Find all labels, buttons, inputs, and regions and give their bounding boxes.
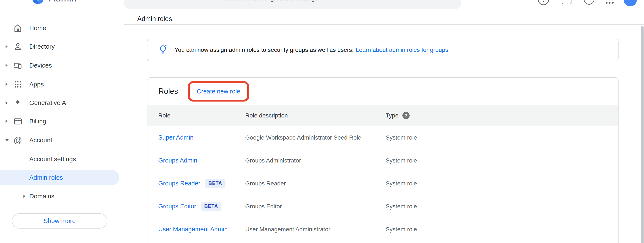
chevron-right-icon[interactable] [23, 194, 26, 198]
sidebar-item-account[interactable]: @ Account [0, 133, 124, 148]
apps-grid-icon[interactable] [605, 0, 614, 4]
column-header-description: Role description [245, 112, 386, 119]
page-title: Admin roles [137, 15, 172, 23]
header-divider [124, 25, 644, 25]
sidebar-label: Billing [29, 118, 46, 125]
highlight-annotation: Create new role [188, 81, 249, 102]
sidebar-item-directory[interactable]: Directory [0, 39, 124, 54]
show-more-button[interactable]: Show more [12, 213, 107, 228]
sidebar-item-home[interactable]: Home [0, 20, 124, 36]
chevron-right-icon[interactable] [5, 101, 8, 105]
table-row[interactable]: Groups Admin Groups Administrator System… [148, 149, 618, 172]
sidebar-label: Directory [29, 43, 55, 50]
role-description: Groups Administrator [245, 157, 386, 164]
logo-wordmark: Admin [49, 0, 76, 6]
at-sign-icon: @ [13, 136, 22, 145]
sidebar-label: Devices [29, 62, 52, 69]
role-type: System role [386, 226, 618, 233]
chevron-right-icon[interactable] [5, 45, 8, 49]
show-more-label: Show more [44, 217, 76, 224]
sidebar-label: Domains [29, 193, 54, 200]
person-icon [13, 42, 22, 51]
roles-card: Roles Create new role Role Role descript… [147, 77, 618, 243]
banner-message: You can now assign admin roles to securi… [174, 47, 354, 53]
table-row[interactable]: Groups Reader BETA Groups Reader System … [148, 172, 618, 195]
role-type: System role [386, 157, 618, 164]
banner-link[interactable]: Learn about admin roles for groups [356, 47, 448, 53]
sidebar-label: Account [29, 137, 52, 144]
vertical-scrollbar[interactable] [641, 26, 644, 243]
search-input[interactable]: ▾ Search for users, groups or settings [124, 0, 461, 9]
roles-card-header: Roles Create new role [148, 78, 618, 105]
chevron-down-icon[interactable] [5, 139, 9, 142]
google-admin-logo[interactable]: Admin [31, 0, 76, 6]
chevron-right-icon[interactable] [5, 64, 8, 67]
avatar[interactable] [624, 0, 637, 6]
table-row[interactable]: Groups Editor BETA Groups Editor System … [148, 195, 618, 218]
chevron-right-icon[interactable] [5, 82, 8, 86]
admin-console-screen: Admin ▾ Search for users, groups or sett… [0, 0, 644, 243]
role-link[interactable]: Groups Reader [158, 180, 200, 187]
sidebar-item-domains[interactable]: Domains [0, 189, 124, 204]
roles-heading: Roles [158, 78, 178, 105]
beta-badge: BETA [201, 201, 222, 211]
role-description: User Management Administrator [245, 226, 386, 233]
column-header-type: Type [386, 112, 398, 119]
sidebar-label: Apps [29, 81, 44, 88]
role-link[interactable]: Groups Editor [158, 203, 196, 210]
sidebar-item-apps[interactable]: Apps [0, 77, 124, 92]
table-row[interactable]: Super Admin Google Workspace Administrat… [148, 126, 618, 149]
credit-card-icon [13, 117, 22, 126]
table-header-row: Role Role description Type ? [148, 105, 618, 126]
lightbulb-icon [158, 44, 168, 56]
sidebar-label: Account settings [29, 155, 76, 163]
sidebar-item-billing[interactable]: Billing [0, 114, 124, 129]
role-description: Groups Reader [245, 180, 386, 187]
sidebar-item-generative-ai[interactable]: Generative AI [0, 95, 124, 110]
type-help-icon[interactable]: ? [402, 112, 410, 119]
search-scope-chevron-icon: ▾ [136, 0, 139, 9]
role-link[interactable]: User Management Admin [158, 226, 228, 233]
sidebar-item-account-settings[interactable]: Account settings [0, 151, 124, 167]
role-type: System role [386, 203, 618, 210]
search-placeholder: Search for users, groups or settings [224, 0, 318, 2]
help-icon[interactable]: ? [538, 0, 549, 5]
sidebar-label: Generative AI [29, 99, 68, 106]
role-type: System role [386, 134, 618, 141]
admin-shield-icon [31, 0, 45, 6]
role-type: System role [386, 180, 618, 187]
home-icon [13, 23, 22, 33]
role-description: Groups Editor [245, 203, 386, 210]
sparkle-icon [13, 98, 22, 107]
sidebar-label: Home [29, 25, 46, 32]
role-description: Google Workspace Administrator Seed Role [245, 134, 386, 141]
tasks-icon[interactable] [562, 0, 572, 4]
devices-icon [13, 61, 22, 70]
notifications-icon[interactable] [584, 0, 594, 5]
column-header-role: Role [158, 112, 245, 119]
create-new-role-button[interactable]: Create new role [197, 88, 240, 95]
role-link[interactable]: Groups Admin [158, 157, 197, 164]
table-row[interactable]: User Management Admin User Management Ad… [148, 218, 618, 241]
sidebar-item-devices[interactable]: Devices [0, 58, 124, 73]
info-banner: You can now assign admin roles to securi… [147, 39, 618, 61]
apps-icon [13, 80, 22, 89]
role-link[interactable]: Super Admin [158, 134, 194, 141]
sidebar-label: Admin roles [29, 174, 63, 181]
beta-badge: BETA [205, 179, 226, 188]
chevron-right-icon[interactable] [5, 119, 8, 123]
sidebar-item-admin-roles[interactable]: Admin roles [0, 170, 124, 185]
